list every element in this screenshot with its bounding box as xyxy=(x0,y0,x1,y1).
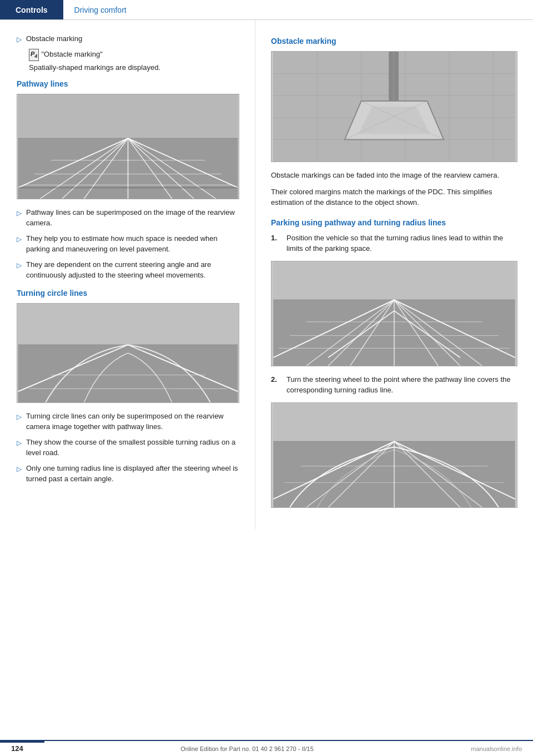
turning-arrow-1: ▷ xyxy=(17,412,22,432)
header-controls-tab: Controls xyxy=(0,0,63,19)
step1-num: 1. xyxy=(271,233,281,254)
turning-bullet-1: ▷ Turning circle lines can only be super… xyxy=(17,411,239,432)
step1-text: Position the vehicle so that the turning… xyxy=(286,233,517,254)
obstacle-svg xyxy=(271,52,517,162)
turning-svg xyxy=(17,304,239,402)
parking1-image xyxy=(271,261,517,366)
bullet-arrow-2: ▷ xyxy=(17,234,22,255)
pathway-bullet-text-3: They are dependent on the current steeri… xyxy=(26,259,239,281)
bullet-arrow-3: ▷ xyxy=(17,260,22,281)
parking-step-1: 1. Position the vehicle so that the turn… xyxy=(271,233,517,254)
turning-bullet-text-1: Turning circle lines can only be superim… xyxy=(26,411,239,432)
footer-line xyxy=(0,741,44,743)
svg-rect-62 xyxy=(273,403,515,441)
page-number: 124 xyxy=(11,744,23,753)
pathway-heading: Pathway lines xyxy=(17,79,239,88)
turning-heading: Turning circle lines xyxy=(17,289,239,298)
bullet-arrow-icon: ▷ xyxy=(17,34,22,44)
svg-rect-44 xyxy=(273,261,515,300)
parking2-image xyxy=(271,402,517,508)
parking1-svg xyxy=(271,261,517,366)
watermark-text: manualsonline.info xyxy=(471,745,522,752)
step2-num: 2. xyxy=(271,374,281,396)
pathway-bullet-text-1: Pathway lines can be superimposed on the… xyxy=(26,207,239,229)
obstacle-icon-label: "Obstacle marking" xyxy=(41,49,102,61)
pathway-image xyxy=(17,94,239,199)
obstacle-menu-icon: P4 xyxy=(29,49,39,61)
turning-arrow-2: ▷ xyxy=(17,438,22,458)
pathway-bullet-2: ▷ They help you to estimate how much spa… xyxy=(17,233,239,255)
obstacle-right-heading: Obstacle marking xyxy=(271,37,517,46)
page-header: Controls Driving comfort xyxy=(0,0,533,20)
right-column: Obstacle marking xyxy=(255,20,533,529)
obstacle-top-section: ▷ Obstacle marking P4 "Obstacle marking"… xyxy=(17,33,239,72)
obstacle-description: Spatially-shaped markings are displayed. xyxy=(29,63,239,72)
obstacle-desc-text: Spatially-shaped markings are displayed. xyxy=(29,63,160,72)
edition-text: Online Edition for Part no. 01 40 2 961 … xyxy=(180,745,314,752)
parking2-svg xyxy=(271,403,517,507)
turning-bullet-3: ▷ Only one turning radius line is displa… xyxy=(17,463,239,485)
bullet-arrow-1: ▷ xyxy=(17,208,22,229)
obstacle-bullet: ▷ Obstacle marking xyxy=(17,33,239,44)
pathway-bullet-1: ▷ Pathway lines can be superimposed on t… xyxy=(17,207,239,229)
turning-arrow-3: ▷ xyxy=(17,464,22,485)
obstacle-desc2: Their colored margins match the markings… xyxy=(271,187,517,208)
page-content: ▷ Obstacle marking P4 "Obstacle marking"… xyxy=(0,20,533,529)
obstacle-desc1: Obstacle markings can be faded into the … xyxy=(271,170,517,181)
svg-rect-17 xyxy=(18,304,238,345)
parking-heading: Parking using pathway and turning radius… xyxy=(271,218,517,227)
header-breadcrumb: Driving comfort xyxy=(63,0,138,19)
page-footer: 124 Online Edition for Part no. 01 40 2 … xyxy=(0,740,533,756)
pathway-bullet-text-2: They help you to estimate how much space… xyxy=(26,233,239,255)
controls-label: Controls xyxy=(16,6,48,14)
parking-step-2: 2. Turn the steering wheel to the point … xyxy=(271,374,517,396)
turning-bullet-2: ▷ They show the course of the smallest p… xyxy=(17,437,239,458)
pathway-bullet-3: ▷ They are dependent on the current stee… xyxy=(17,259,239,281)
obstacle-bullet-text: Obstacle marking xyxy=(26,33,239,44)
pathway-svg xyxy=(17,94,239,199)
step2-text: Turn the steering wheel to the point whe… xyxy=(286,374,517,396)
left-column: ▷ Obstacle marking P4 "Obstacle marking"… xyxy=(0,20,255,529)
obstacle-icon-bullet: P4 "Obstacle marking" xyxy=(29,49,239,61)
turning-image xyxy=(17,303,239,403)
turning-bullet-text-2: They show the course of the smallest pos… xyxy=(26,437,239,458)
obstacle-image xyxy=(271,51,517,162)
breadcrumb-label: Driving comfort xyxy=(74,6,127,14)
turning-bullet-text-3: Only one turning radius line is displaye… xyxy=(26,463,239,485)
